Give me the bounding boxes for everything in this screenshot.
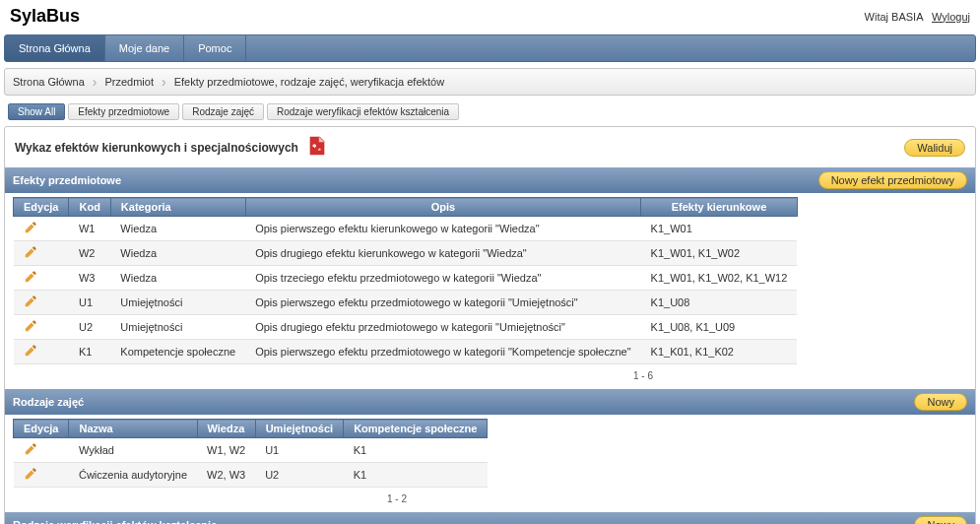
edit-icon[interactable]: [24, 245, 37, 259]
table-row: Ćwiczenia audytoryjneW2, W3U2K1: [14, 463, 488, 488]
cell-code: W1: [69, 217, 110, 241]
table-row: U2UmiejętnościOpis drugiego efektu przed…: [14, 315, 798, 340]
cell-dir: K1_K01, K1_K02: [641, 340, 798, 364]
section-classes-title: Rodzaje zajęć: [13, 396, 84, 408]
cell-dir: K1_U08, K1_U09: [641, 315, 798, 340]
breadcrumb-current: Efekty przedmiotowe, rodzaje zajęć, wery…: [174, 76, 445, 88]
cell-code: K1: [69, 340, 110, 364]
nav-help[interactable]: Pomoc: [184, 35, 246, 61]
user-name: BASIA: [891, 11, 923, 23]
effects-table: Edycja Kod Kategoria Opis Efekty kierunk…: [13, 197, 798, 364]
new-verify-button[interactable]: Nowy: [914, 516, 967, 524]
nav-home[interactable]: Strona Główna: [5, 35, 105, 61]
section-effects-header: Efekty przedmiotowe Nowy efekt przedmiot…: [5, 167, 975, 193]
breadcrumb-subject[interactable]: Przedmiot: [104, 76, 154, 88]
col-wiedza: Wiedza: [197, 420, 255, 438]
cell-desc: Opis drugiego efektu kierunkowego w kate…: [245, 241, 640, 266]
col-name: Nazwa: [69, 420, 197, 438]
classes-pager: 1 - 2: [5, 490, 419, 512]
cell-um: U2: [255, 463, 343, 488]
cell-desc: Opis trzeciego efektu przedmiotowego w k…: [245, 266, 640, 291]
effects-pager: 1 - 6: [5, 366, 665, 389]
col-dir: Efekty kierunkowe: [641, 198, 798, 217]
col-cat: Kategoria: [110, 198, 245, 217]
breadcrumb-home[interactable]: Strona Główna: [13, 76, 85, 88]
new-class-button[interactable]: Nowy: [914, 393, 967, 411]
cell-dir: K1_U08: [641, 291, 798, 315]
edit-icon[interactable]: [24, 344, 37, 358]
user-info: Witaj BASIA Wyloguj: [865, 11, 970, 23]
tab-effects[interactable]: Efekty przedmiotowe: [68, 103, 179, 120]
edit-icon[interactable]: [24, 270, 37, 284]
welcome-label: Witaj: [865, 11, 888, 23]
tab-show-all[interactable]: Show All: [8, 103, 65, 120]
tab-bar: Show All Efekty przedmiotowe Rodzaje zaj…: [4, 101, 976, 122]
table-row: W3WiedzaOpis trzeciego efektu przedmioto…: [14, 266, 798, 291]
cell-wiedza: W1, W2: [197, 438, 255, 463]
edit-icon[interactable]: [24, 319, 37, 333]
app-title: SylaBus: [10, 6, 80, 27]
edit-icon[interactable]: [24, 442, 37, 456]
cell-name: Ćwiczenia audytoryjne: [69, 463, 197, 488]
section-verify-title: Rodzaje weryfikacji efektów kształcenia: [13, 519, 217, 524]
cell-cat: Umiejętności: [110, 291, 245, 315]
cell-dir: K1_W01, K1_W02, K1_W12: [641, 266, 798, 291]
col-edit: Edycja: [14, 198, 69, 217]
cell-code: U2: [69, 315, 110, 340]
cell-desc: Opis pierwszego efektu przedmiotowego w …: [245, 291, 640, 315]
breadcrumb: Strona Główna › Przedmiot › Efekty przed…: [4, 68, 976, 96]
cell-cat: Kompetencje społeczne: [110, 340, 245, 364]
table-row: K1Kompetencje społeczneOpis pierwszego e…: [14, 340, 798, 364]
cell-komp: K1: [344, 438, 488, 463]
cell-code: W3: [69, 266, 110, 291]
main-nav: Strona Główna Moje dane Pomoc: [4, 34, 976, 62]
cell-desc: Opis pierwszego efektu przedmiotowego w …: [245, 340, 640, 364]
col-desc: Opis: [245, 198, 640, 217]
pdf-icon[interactable]: [306, 135, 328, 160]
table-row: U1UmiejętnościOpis pierwszego efektu prz…: [14, 291, 798, 315]
cell-komp: K1: [344, 463, 488, 488]
new-effect-button[interactable]: Nowy efekt przedmiotowy: [818, 171, 967, 189]
cell-cat: Wiedza: [110, 241, 245, 266]
tab-verification[interactable]: Rodzaje weryfikacji efektów kształcenia: [267, 103, 459, 120]
cell-name: Wykład: [69, 438, 197, 463]
table-row: W2WiedzaOpis drugiego efektu kierunkoweg…: [14, 241, 798, 266]
col-komp: Kompetencje społeczne: [344, 420, 488, 438]
cell-code: W2: [69, 241, 110, 266]
table-row: W1WiedzaOpis pierwszego efektu kierunkow…: [14, 217, 798, 241]
tab-classes[interactable]: Rodzaje zajęć: [182, 103, 264, 120]
validate-button[interactable]: Waliduj: [904, 139, 965, 157]
cell-dir: K1_W01, K1_W02: [641, 241, 798, 266]
cell-dir: K1_W01: [641, 217, 798, 241]
logout-link[interactable]: Wyloguj: [932, 11, 970, 23]
col-code: Kod: [69, 198, 110, 217]
classes-table: Edycja Nazwa Wiedza Umiejętności Kompete…: [13, 419, 488, 488]
edit-icon[interactable]: [24, 221, 37, 234]
cell-code: U1: [69, 291, 110, 315]
cell-um: U1: [255, 438, 343, 463]
cell-wiedza: W2, W3: [197, 463, 255, 488]
cell-desc: Opis drugiego efektu przedmiotowego w ka…: [245, 315, 640, 340]
col-edit: Edycja: [14, 420, 69, 438]
panel-title: Wykaz efektów kierunkowych i specjalnośc…: [15, 141, 298, 155]
section-verify-header: Rodzaje weryfikacji efektów kształcenia …: [5, 512, 975, 524]
breadcrumb-sep: ›: [162, 74, 166, 90]
breadcrumb-sep: ›: [93, 74, 98, 90]
nav-mydata[interactable]: Moje dane: [105, 35, 184, 61]
cell-desc: Opis pierwszego efektu kierunkowego w ka…: [245, 217, 640, 241]
section-effects-title: Efekty przedmiotowe: [13, 174, 121, 186]
cell-cat: Umiejętności: [110, 315, 245, 340]
main-panel: Wykaz efektów kierunkowych i specjalnośc…: [4, 126, 976, 524]
table-row: WykładW1, W2U1K1: [14, 438, 488, 463]
section-classes-header: Rodzaje zajęć Nowy: [5, 389, 975, 415]
col-um: Umiejętności: [255, 420, 343, 438]
edit-icon[interactable]: [24, 467, 37, 481]
cell-cat: Wiedza: [110, 266, 245, 291]
edit-icon[interactable]: [24, 295, 37, 308]
cell-cat: Wiedza: [110, 217, 245, 241]
